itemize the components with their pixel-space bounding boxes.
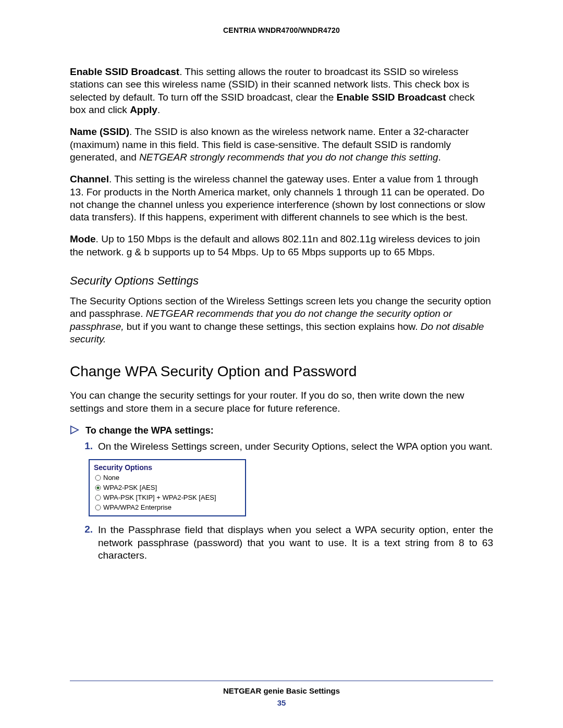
ordered-list: 1. On the Wireless Settings screen, unde… [82, 440, 493, 453]
footer-chapter-title: NETGEAR genie Basic Settings [70, 686, 493, 695]
list-item: 1. On the Wireless Settings screen, unde… [82, 440, 493, 453]
heading-change-wpa: Change WPA Security Option and Password [70, 363, 493, 380]
footer-rule [70, 681, 493, 681]
ui-label-apply: Apply [130, 104, 157, 115]
security-options-panel: Security Options None WPA2-PSK [AES] WPA… [89, 459, 246, 516]
list-text: In the Passphrase field that displays wh… [98, 524, 493, 562]
radio-icon [95, 504, 101, 511]
paragraph-mode: Mode. Up to 150 Mbps is the default and … [70, 233, 493, 258]
emphasis: NETGEAR strongly recommends that you do … [139, 152, 438, 163]
paragraph-channel: Channel. This setting is the wireless ch… [70, 173, 493, 224]
svg-point-4 [95, 495, 101, 500]
radio-label: WPA/WPA2 Enterprise [103, 503, 172, 511]
svg-point-1 [95, 475, 101, 480]
text: . [157, 104, 160, 115]
paragraph-name-ssid: Name (SSID). The SSID is also known as t… [70, 126, 493, 164]
radio-icon [95, 495, 101, 501]
radio-label: WPA2-PSK [AES] [103, 484, 157, 491]
radio-selected-icon [95, 485, 101, 491]
paragraph-enable-ssid: Enable SSID Broadcast. This setting allo… [70, 66, 493, 116]
svg-point-5 [95, 505, 101, 510]
paragraph-security-options: The Security Options section of the Wire… [70, 295, 493, 346]
svg-marker-0 [71, 426, 78, 434]
procedure-label: To change the WPA settings: [85, 425, 214, 436]
page-footer: NETGEAR genie Basic Settings 35 [70, 681, 493, 707]
list-number: 2. [82, 524, 93, 562]
radio-label: None [103, 474, 119, 482]
term-channel: Channel [70, 174, 109, 184]
text: . [438, 152, 441, 163]
text: but if you want to change these settings… [124, 321, 421, 332]
ordered-list: 2. In the Passphrase field that displays… [82, 524, 493, 562]
procedure-heading: To change the WPA settings: [70, 424, 493, 436]
heading-security-options-settings: Security Options Settings [70, 274, 493, 288]
security-options-title: Security Options [94, 463, 241, 472]
term-enable-ssid: Enable SSID Broadcast [70, 66, 179, 77]
radio-label: WPA-PSK [TKIP] + WPA2-PSK [AES] [103, 493, 216, 501]
list-number: 1. [82, 440, 93, 453]
radio-option-none[interactable]: None [95, 474, 241, 482]
text: . Up to 150 Mbps is the default and allo… [70, 233, 480, 257]
radio-option-wpa-wpa2-enterprise[interactable]: WPA/WPA2 Enterprise [95, 503, 241, 511]
page: CENTRIA WNDR4700/WNDR4720 Enable SSID Br… [0, 0, 563, 728]
radio-icon [95, 475, 101, 481]
term-name-ssid: Name (SSID) [70, 126, 129, 137]
list-text: On the Wireless Settings screen, under S… [98, 440, 493, 453]
text: . This setting is the wireless channel t… [70, 174, 485, 223]
svg-point-3 [96, 486, 99, 489]
radio-option-wpa2-psk-aes[interactable]: WPA2-PSK [AES] [95, 484, 241, 491]
paragraph-change-wpa-intro: You can change the security settings for… [70, 389, 493, 415]
page-number: 35 [70, 698, 493, 707]
list-item: 2. In the Passphrase field that displays… [82, 524, 493, 562]
term-mode: Mode [70, 233, 96, 244]
document-header: CENTRIA WNDR4700/WNDR4720 [70, 26, 493, 34]
ui-label-enable-ssid: Enable SSID Broadcast [337, 92, 446, 103]
triangle-arrow-icon [70, 425, 79, 435]
radio-option-wpa-psk-tkip-wpa2-psk-aes[interactable]: WPA-PSK [TKIP] + WPA2-PSK [AES] [95, 493, 241, 501]
